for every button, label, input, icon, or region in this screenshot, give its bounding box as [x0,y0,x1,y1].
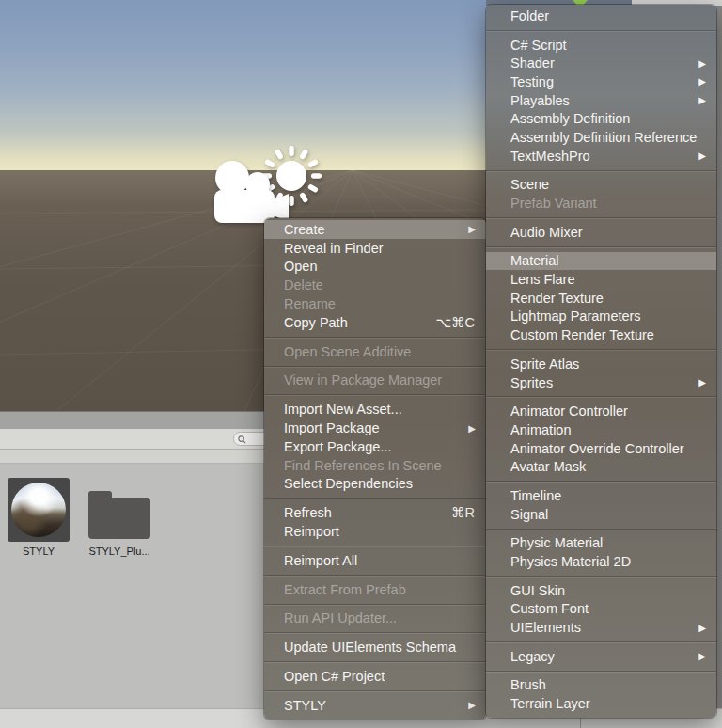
menu-item-copy-path[interactable]: Copy Path⌥⌘C [264,313,486,332]
menu-item-label: Sprite Atlas [510,356,579,372]
menu-item-select-dependencies[interactable]: Select Dependencies [264,475,486,494]
menu-item-label: Extract From Prefab [284,582,406,597]
menu-separator [486,349,716,350]
menu-item-label: Export Package... [284,439,391,454]
menu-item-label: UIElements [510,620,581,635]
menu-item-animator-override-controller[interactable]: Animator Override Controller [486,439,716,458]
menu-item-label: Custom Render Texture [510,327,654,342]
submenu-arrow-icon: ▶ [698,651,705,661]
menu-item-sprite-atlas[interactable]: Sprite Atlas [486,355,716,373]
menu-item-lightmap-parameters[interactable]: Lightmap Parameters [486,308,716,326]
menu-item-custom-font[interactable]: Custom Font [486,600,716,619]
menu-separator [264,546,486,546]
menu-item-uielements[interactable]: UIElements▶ [486,618,716,637]
menu-item-legacy[interactable]: Legacy▶ [486,647,716,666]
menu-item-label: Lens Flare [510,272,575,287]
menu-item-label: Audio Mixer [510,225,583,240]
menu-item-physics-material-2d[interactable]: Physics Material 2D [486,552,716,571]
submenu-arrow-icon: ▶ [468,423,475,434]
menu-separator [264,661,486,662]
menu-item-folder[interactable]: Folder [486,7,716,25]
asset-styly-plugins-folder-icon[interactable] [88,498,150,539]
menu-item-render-texture[interactable]: Render Texture [486,289,716,308]
menu-item-terrain-layer[interactable]: Terrain Layer [486,694,716,713]
submenu-arrow-icon: ▶ [698,95,705,105]
menu-item-brush[interactable]: Brush [486,676,716,695]
menu-item-delete: Delete [264,276,486,294]
menu-item-c-script[interactable]: C# Script [486,36,716,55]
menu-item-reveal-in-finder[interactable]: Reveal in Finder [264,239,486,258]
submenu-arrow-icon: ▶ [468,224,475,234]
asset-styly-thumbnail[interactable] [8,478,70,542]
menu-item-audio-mixer[interactable]: Audio Mixer [486,223,716,242]
menu-item-reimport[interactable]: Reimport [264,522,486,541]
menu-item-reimport-all[interactable]: Reimport All [264,551,486,570]
menu-item-shortcut: ⌘R [451,505,475,520]
menu-item-refresh[interactable]: Refresh⌘R [264,503,486,522]
menu-separator [264,337,486,338]
menu-item-label: Lightmap Parameters [510,309,641,324]
menu-item-testing[interactable]: Testing▶ [486,72,716,91]
menu-item-custom-render-texture[interactable]: Custom Render Texture [486,325,716,344]
menu-item-label: Scene [510,177,549,192]
menu-item-label: Terrain Layer [510,696,590,711]
menu-item-animator-controller[interactable]: Animator Controller [486,402,716,420]
menu-item-lens-flare[interactable]: Lens Flare [486,270,716,289]
menu-item-open-c-project[interactable]: Open C# Project [264,667,486,686]
menu-item-playables[interactable]: Playables▶ [486,91,716,110]
menu-separator [264,498,486,499]
menu-separator [486,641,716,642]
menu-item-shader[interactable]: Shader▶ [486,54,716,72]
menu-item-signal[interactable]: Signal [486,505,716,524]
menu-item-label: Assembly Definition Reference [510,130,697,145]
menu-item-assembly-definition-reference[interactable]: Assembly Definition Reference [486,128,716,147]
menu-item-label: Create [284,222,325,237]
camera-gizmo-icon[interactable] [205,149,291,228]
menu-item-gui-skin[interactable]: GUI Skin [486,581,716,600]
menu-item-label: Refresh [284,505,332,520]
menu-item-label: Sprites [510,375,553,390]
menu-item-run-api-updater: Run API Updater... [264,609,486,628]
menu-item-animation[interactable]: Animation [486,420,716,439]
menu-item-scene[interactable]: Scene [486,176,716,195]
menu-item-import-package[interactable]: Import Package▶ [264,419,486,437]
menu-item-label: Animation [510,422,571,437]
menu-item-update-uielements-schema[interactable]: Update UIElements Schema [264,638,486,657]
menu-item-export-package[interactable]: Export Package... [264,437,486,456]
menu-item-styly[interactable]: STYLY▶ [264,696,486,715]
menu-separator [486,396,716,397]
menu-item-physic-material[interactable]: Physic Material [486,534,716,553]
menu-item-create[interactable]: Create▶ [264,220,486,239]
skybox-sphere-icon [11,483,66,537]
menu-separator [264,632,486,633]
menu-item-label: Physic Material [510,535,603,550]
submenu-arrow-icon: ▶ [468,700,475,710]
menu-separator [486,30,716,31]
menu-item-label: Material [510,253,559,268]
menu-item-assembly-definition[interactable]: Assembly Definition [486,109,716,128]
menu-separator [486,576,716,577]
menu-item-material[interactable]: Material [486,252,716,271]
menu-item-label: Prefab Variant [510,196,597,211]
menu-item-avatar-mask[interactable]: Avatar Mask [486,457,716,476]
menu-item-label: Playables [510,93,570,108]
menu-item-label: Open [284,259,317,274]
menu-separator [264,394,486,395]
menu-item-label: Open C# Project [284,669,385,684]
menu-item-sprites[interactable]: Sprites▶ [486,373,716,392]
menu-item-import-new-asset[interactable]: Import New Asset... [264,400,486,419]
menu-item-label: Physics Material 2D [510,554,631,569]
menu-separator [486,671,716,672]
menu-item-timeline[interactable]: Timeline [486,486,716,505]
menu-item-textmeshpro[interactable]: TextMeshPro▶ [486,147,716,166]
menu-item-label: Avatar Mask [510,459,586,474]
menu-item-label: Brush [510,677,546,692]
menu-item-open[interactable]: Open [264,258,486,277]
menu-item-label: GUI Skin [510,583,565,598]
menu-item-label: Import Package [284,420,380,435]
menu-item-label: Timeline [510,488,561,503]
submenu-arrow-icon: ▶ [698,377,705,388]
menu-item-label: Folder [510,8,549,24]
menu-item-label: Select Dependencies [284,476,413,491]
project-context-menu: Create▶Reveal in FinderOpenDeleteRenameC… [264,218,486,720]
